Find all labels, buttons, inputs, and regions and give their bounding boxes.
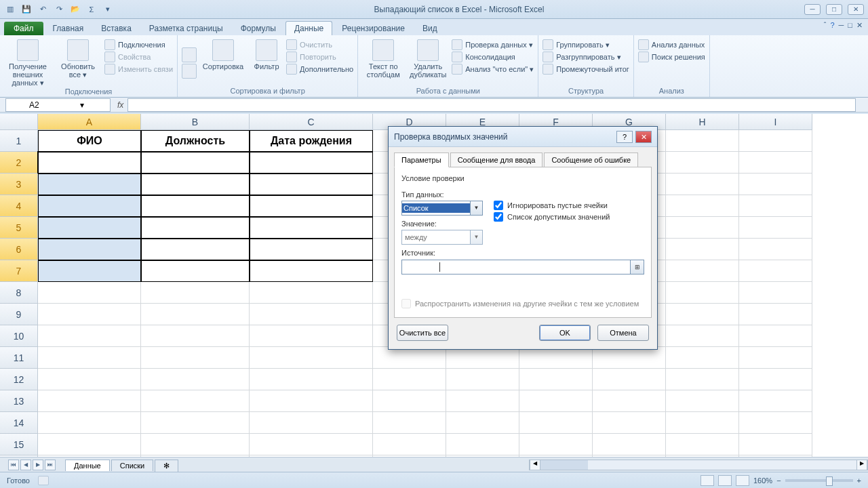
cell-A2[interactable]: [38, 152, 141, 174]
chevron-down-icon[interactable]: ▼: [470, 230, 482, 244]
data-analysis-item[interactable]: Анализ данных: [638, 39, 705, 50]
ungroup-item[interactable]: Разгруппировать ▾: [542, 52, 629, 62]
tab-page-layout[interactable]: Разметка страницы: [141, 22, 231, 35]
cell-H3[interactable]: [666, 174, 739, 195]
cell-H11[interactable]: [666, 347, 739, 369]
cell-H14[interactable]: [666, 412, 739, 434]
cell-C1[interactable]: Дата рождения: [250, 130, 373, 152]
cell-I14[interactable]: [739, 412, 812, 434]
row-header-11[interactable]: 11: [0, 347, 38, 369]
cell-E12[interactable]: [446, 369, 519, 390]
get-external-data-button[interactable]: Получение внешних данных ▾: [4, 37, 52, 87]
tab-review[interactable]: Рецензирование: [334, 22, 413, 35]
formula-input[interactable]: [127, 98, 856, 112]
cell-D12[interactable]: [373, 369, 446, 390]
cell-G12[interactable]: [593, 369, 666, 390]
dialog-tab-error-alert[interactable]: Сообщение об ошибке: [544, 152, 638, 167]
col-header-H[interactable]: H: [666, 114, 739, 130]
cell-I1[interactable]: [739, 130, 812, 152]
tab-data[interactable]: Данные: [285, 21, 332, 35]
cell-C11[interactable]: [250, 347, 373, 369]
new-sheet-button[interactable]: ✻: [155, 460, 178, 472]
redo-icon[interactable]: ↷: [53, 3, 65, 16]
cell-B4[interactable]: [141, 195, 250, 217]
clear-all-button[interactable]: Очистить все: [397, 325, 448, 341]
in-cell-dropdown-checkbox[interactable]: Список допустимых значений: [494, 212, 610, 222]
cell-I15[interactable]: [739, 434, 812, 455]
sheet-nav-next[interactable]: ▶: [33, 460, 43, 470]
data-validation-item[interactable]: Проверка данных ▾: [452, 39, 534, 50]
dialog-help-button[interactable]: ?: [616, 131, 633, 143]
col-header-B[interactable]: B: [141, 114, 250, 130]
range-picker-icon[interactable]: ⊞: [631, 260, 644, 274]
cancel-button[interactable]: Отмена: [597, 325, 649, 341]
row-header-10[interactable]: 10: [0, 325, 38, 347]
cell-E11[interactable]: [446, 347, 519, 369]
col-header-I[interactable]: I: [739, 114, 812, 130]
cell-I13[interactable]: [739, 390, 812, 412]
zoom-out-button[interactable]: −: [776, 476, 781, 485]
cell-G15[interactable]: [593, 434, 666, 455]
cell-A10[interactable]: [38, 325, 141, 347]
cell-I9[interactable]: [739, 304, 812, 325]
sheet-nav-last[interactable]: ⏭: [45, 460, 56, 470]
row-header-3[interactable]: 3: [0, 174, 38, 195]
remove-duplicates-button[interactable]: Удалить дубликаты: [407, 37, 449, 79]
cell-F14[interactable]: [519, 412, 593, 434]
sort-za-icon[interactable]: [182, 64, 197, 79]
cell-D15[interactable]: [373, 434, 446, 455]
cell-A5[interactable]: [38, 217, 141, 239]
mdi-restore-icon[interactable]: □: [848, 21, 852, 30]
zoom-level[interactable]: 160%: [753, 476, 772, 485]
cell-E15[interactable]: [446, 434, 519, 455]
cell-A4[interactable]: [38, 195, 141, 217]
cell-I2[interactable]: [739, 152, 812, 174]
cell-B13[interactable]: [141, 390, 250, 412]
dialog-tab-settings[interactable]: Параметры: [394, 152, 449, 167]
cell-I6[interactable]: [739, 239, 812, 260]
open-icon[interactable]: 📂: [69, 3, 81, 16]
chevron-down-icon[interactable]: ▼: [470, 201, 482, 215]
sheet-nav-first[interactable]: ⏮: [8, 460, 19, 470]
advanced-filter-item[interactable]: Дополнительно: [286, 64, 353, 75]
cell-F12[interactable]: [519, 369, 593, 390]
what-if-item[interactable]: Анализ "что если" ▾: [452, 64, 534, 75]
ignore-blank-checkbox[interactable]: Игнорировать пустые ячейки: [494, 201, 610, 210]
cell-F11[interactable]: [519, 347, 593, 369]
cell-A12[interactable]: [38, 369, 141, 390]
cell-I5[interactable]: [739, 217, 812, 239]
col-header-C[interactable]: C: [250, 114, 373, 130]
file-tab[interactable]: Файл: [4, 22, 43, 35]
cell-H10[interactable]: [666, 325, 739, 347]
row-header-7[interactable]: 7: [0, 260, 38, 282]
cell-C12[interactable]: [250, 369, 373, 390]
namebox-dropdown-icon[interactable]: ▾: [58, 100, 106, 110]
sort-button[interactable]: Сортировка: [199, 37, 247, 70]
fx-icon[interactable]: fx: [117, 100, 123, 110]
cell-C10[interactable]: [250, 325, 373, 347]
maximize-button[interactable]: □: [826, 4, 842, 15]
select-all-corner[interactable]: [0, 114, 38, 130]
cell-G13[interactable]: [593, 390, 666, 412]
dialog-tab-input-message[interactable]: Сообщение для ввода: [450, 152, 543, 167]
sheet-tab-lists[interactable]: Списки: [111, 460, 154, 471]
cell-H15[interactable]: [666, 434, 739, 455]
cell-B10[interactable]: [141, 325, 250, 347]
row-header-6[interactable]: 6: [0, 239, 38, 260]
zoom-in-button[interactable]: +: [857, 476, 861, 485]
cell-A9[interactable]: [38, 304, 141, 325]
cell-C9[interactable]: [250, 304, 373, 325]
cell-I4[interactable]: [739, 195, 812, 217]
close-button[interactable]: ✕: [848, 4, 864, 15]
cell-H6[interactable]: [666, 239, 739, 260]
cell-B2[interactable]: [141, 152, 250, 174]
cell-D13[interactable]: [373, 390, 446, 412]
allow-combo[interactable]: Список ▼: [401, 201, 483, 216]
cell-D11[interactable]: [373, 347, 446, 369]
cell-I11[interactable]: [739, 347, 812, 369]
cell-H7[interactable]: [666, 260, 739, 282]
zoom-slider[interactable]: [785, 479, 853, 482]
cell-C4[interactable]: [250, 195, 373, 217]
col-header-A[interactable]: A: [38, 114, 141, 130]
mdi-minimize-icon[interactable]: ─: [839, 21, 844, 30]
